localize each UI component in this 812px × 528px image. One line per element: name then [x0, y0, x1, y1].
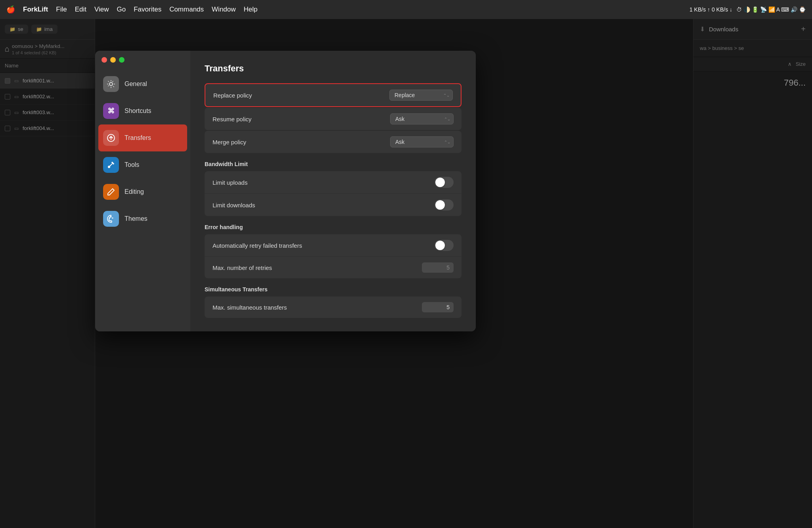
- shortcuts-label: Shortcuts: [124, 107, 151, 115]
- max-retries-input[interactable]: [422, 262, 454, 273]
- menu-window[interactable]: Window: [212, 6, 236, 13]
- toggle-knob: [435, 178, 445, 187]
- bandwidth-section-header: Bandwidth Limit: [205, 161, 462, 167]
- svg-point-4: [111, 216, 112, 218]
- menu-file[interactable]: File: [56, 6, 67, 13]
- toggle-knob: [435, 241, 445, 250]
- themes-icon: [103, 211, 119, 227]
- sidebar-item-general[interactable]: General: [95, 71, 190, 98]
- auto-retry-toggle[interactable]: [435, 240, 454, 251]
- limit-uploads-toggle[interactable]: [435, 177, 454, 188]
- menu-commands[interactable]: Commands: [169, 6, 204, 13]
- menubar-icons: ⏱ 🌓 🔋 📡 📶 A ⌨ 🔊 ⌚: [736, 6, 806, 13]
- editing-icon: [103, 184, 119, 200]
- resume-policy-wrapper: Ask Resume Replace: [390, 113, 454, 124]
- menu-go[interactable]: Go: [117, 6, 126, 13]
- menu-help[interactable]: Help: [244, 6, 258, 13]
- menu-favorites[interactable]: Favorites: [134, 6, 161, 13]
- menubar-status: 1 KB/s ↑ 0 KB/s ↓ ⏱ 🌓 🔋 📡 📶 A ⌨ 🔊 ⌚: [689, 6, 806, 13]
- auto-retry-label: Automatically retry failed transfers: [213, 242, 302, 249]
- menu-edit[interactable]: Edit: [75, 6, 86, 13]
- limit-uploads-row: Limit uploads: [205, 171, 462, 194]
- toggle-knob: [435, 200, 445, 210]
- sidebar-item-editing[interactable]: Editing: [95, 178, 190, 205]
- prefs-sidebar: General ⌘ Shortcuts Transfers: [95, 51, 190, 331]
- resume-policy-row: Resume policy Ask Resume Replace: [205, 108, 462, 130]
- simultaneous-section-header: Simultaneous Transfers: [205, 286, 462, 293]
- limit-downloads-toggle[interactable]: [435, 199, 454, 210]
- general-label: General: [124, 80, 147, 88]
- apple-menu[interactable]: 🍎: [6, 5, 15, 14]
- max-simultaneous-label: Max. simultaneous transfers: [213, 304, 287, 311]
- traffic-lights: [102, 57, 124, 63]
- app-area: 📁 se 📁 ima ⌂ oomusou > MyMarkd... 1 of 4…: [0, 19, 812, 528]
- limit-uploads-label: Limit uploads: [213, 179, 247, 186]
- tools-icon: [103, 157, 119, 173]
- error-group: Automatically retry failed transfers Max…: [205, 234, 462, 278]
- svg-point-3: [109, 218, 110, 219]
- replace-policy-row: Replace policy Replace Skip Ask: [205, 83, 462, 107]
- merge-policy-label: Merge policy: [213, 139, 246, 145]
- auto-retry-row: Automatically retry failed transfers: [205, 234, 462, 257]
- network-status: 1 KB/s ↑ 0 KB/s ↓: [689, 6, 732, 13]
- resume-policy-select[interactable]: Ask Resume Replace: [390, 113, 454, 124]
- merge-policy-wrapper: Ask Merge Skip: [390, 136, 454, 147]
- replace-policy-wrapper: Replace Skip Ask: [389, 90, 453, 101]
- maximize-button[interactable]: [119, 57, 124, 63]
- sidebar-item-shortcuts[interactable]: ⌘ Shortcuts: [95, 98, 190, 124]
- sidebar-item-themes[interactable]: Themes: [95, 205, 190, 232]
- minimize-button[interactable]: [110, 57, 116, 63]
- resume-policy-label: Resume policy: [213, 116, 251, 122]
- merge-policy-select[interactable]: Ask Merge Skip: [390, 136, 454, 147]
- menu-forklift[interactable]: ForkLift: [23, 6, 48, 13]
- menubar: 🍎 ForkLift File Edit View Go Favorites C…: [0, 0, 812, 19]
- max-retries-label: Max. number of retries: [213, 264, 272, 271]
- error-section-header: Error handling: [205, 224, 462, 230]
- prefs-content: Transfers Replace policy Replace Skip As…: [190, 51, 476, 331]
- bandwidth-group: Limit uploads Limit downloads: [205, 171, 462, 216]
- prefs-dialog: General ⌘ Shortcuts Transfers: [95, 51, 476, 331]
- editing-label: Editing: [124, 188, 144, 195]
- simultaneous-group: Max. simultaneous transfers: [205, 297, 462, 318]
- max-retries-row: Max. number of retries: [205, 257, 462, 278]
- svg-point-5: [112, 218, 113, 219]
- sidebar-item-tools[interactable]: Tools: [95, 151, 190, 178]
- limit-downloads-row: Limit downloads: [205, 194, 462, 216]
- shortcuts-icon: ⌘: [103, 103, 119, 119]
- transfers-label: Transfers: [124, 134, 151, 142]
- svg-point-0: [109, 82, 113, 86]
- prefs-title: Transfers: [205, 63, 462, 74]
- themes-label: Themes: [124, 215, 147, 222]
- merge-policy-row: Merge policy Ask Merge Skip: [205, 131, 462, 153]
- menu-view[interactable]: View: [94, 6, 109, 13]
- replace-policy-label: Replace policy: [213, 92, 252, 99]
- tools-label: Tools: [124, 161, 139, 168]
- limit-downloads-label: Limit downloads: [213, 202, 255, 209]
- replace-policy-select[interactable]: Replace Skip Ask: [389, 90, 453, 101]
- general-icon: [103, 76, 119, 92]
- max-simultaneous-input[interactable]: [422, 302, 454, 312]
- sidebar-item-transfers[interactable]: Transfers: [98, 124, 187, 151]
- close-button[interactable]: [102, 57, 107, 63]
- transfers-icon: [103, 130, 119, 146]
- max-simultaneous-row: Max. simultaneous transfers: [205, 297, 462, 318]
